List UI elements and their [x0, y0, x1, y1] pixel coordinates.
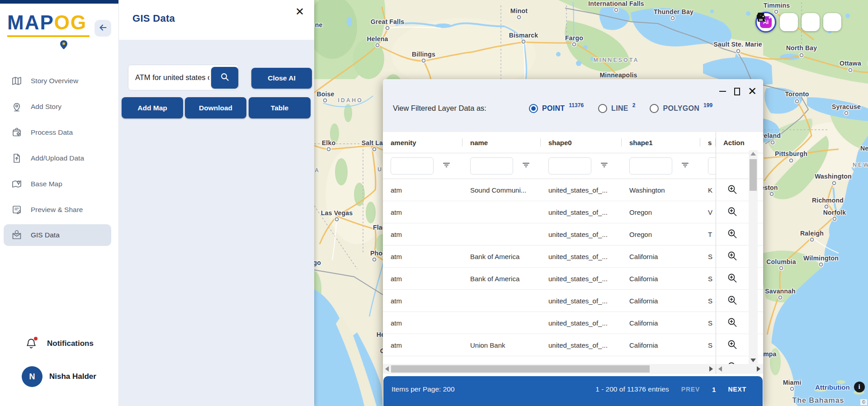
cell-s	[700, 356, 716, 364]
city-dot	[376, 43, 380, 47]
filter-input-name[interactable]	[470, 157, 513, 175]
city-label: International Falls	[588, 0, 644, 7]
city-label: Boise	[316, 90, 334, 98]
filter-icon[interactable]	[600, 162, 608, 170]
city-dot	[736, 49, 741, 53]
table-row: atmUnion Bankunited_states_of_...Califor…	[383, 334, 763, 356]
filter-input-shape0[interactable]	[548, 157, 591, 175]
radio-point[interactable]: POINT11376	[529, 104, 584, 113]
items-per-page[interactable]: Items per Page: 200	[392, 376, 455, 402]
scroll-left-arrow[interactable]	[385, 366, 389, 372]
sidebar-item-process-data[interactable]: Process Data	[0, 119, 118, 145]
cell-shape0: united_states_of_...	[541, 312, 622, 334]
scroll-right-arrow[interactable]	[757, 366, 760, 372]
zoom-to-feature-button[interactable]	[716, 334, 749, 356]
city-dot	[849, 68, 853, 72]
sidebar-item-add-upload-data[interactable]: Add/Upload Data	[0, 145, 118, 171]
horizontal-scrollbar[interactable]	[383, 364, 716, 374]
filter-cell-name	[462, 153, 541, 179]
prev-page-button[interactable]: PREV	[681, 386, 700, 393]
zoom-in-icon	[726, 206, 738, 219]
cell-shape1: California	[622, 290, 700, 312]
filter-input-amenity[interactable]	[391, 157, 434, 175]
cell-shape1: California	[622, 312, 700, 334]
logo-pin-icon	[60, 33, 67, 52]
sidebar-item-preview-share[interactable]: Preview & Share	[0, 197, 118, 222]
column-header-name: name	[462, 132, 541, 153]
zoom-to-feature-button[interactable]	[716, 223, 749, 245]
city-dot	[517, 15, 521, 19]
vertical-scroll-thumb[interactable]	[750, 159, 757, 191]
minimize-icon[interactable]	[719, 86, 726, 96]
add-map-button[interactable]: Add Map	[122, 97, 183, 118]
scroll-right-arrow[interactable]	[709, 366, 713, 372]
city-dot	[335, 217, 339, 222]
filter-icon[interactable]	[681, 162, 689, 170]
sidebar-item-add-story[interactable]: Add Story	[0, 94, 118, 119]
zoom-to-feature-button[interactable]	[716, 290, 749, 312]
bag-gear-icon	[11, 127, 22, 138]
scroll-down-arrow[interactable]	[750, 359, 756, 362]
search-submit-button[interactable]	[211, 67, 238, 89]
user-profile-item[interactable]: N Nisha Halder	[0, 364, 118, 389]
sidebar-nav: Story OverviewAdd StoryProcess DataAdd/U…	[0, 68, 118, 246]
close-ai-button[interactable]: Close AI	[251, 68, 312, 89]
zoom-in-icon	[726, 228, 738, 241]
radio-polygon[interactable]: POLYGON199	[650, 104, 712, 113]
close-icon[interactable]: ✕	[748, 86, 757, 96]
table-header-row: amenitynameshape0shape1sAction	[383, 132, 763, 153]
zoom-to-feature-button[interactable]	[716, 356, 749, 364]
city-dot	[327, 147, 331, 151]
zoom-in-icon	[726, 272, 738, 285]
sidebar-item-story-overview[interactable]: Story Overview	[0, 68, 118, 94]
cell-name	[462, 356, 541, 364]
next-page-button[interactable]: NEXT	[728, 386, 746, 393]
cell-s: S	[700, 290, 716, 312]
filter-input-shape1[interactable]	[629, 157, 672, 175]
zoom-to-feature-button[interactable]	[716, 268, 749, 289]
filtered-layer-dialog: ✕ View Filtered Layer Data as: POINT1137…	[383, 79, 763, 406]
city-label: Pittsburgh	[775, 150, 807, 157]
zoom-to-feature-button[interactable]	[716, 179, 749, 201]
cell-amenity: atm	[383, 268, 462, 289]
zoom-to-feature-button[interactable]	[716, 312, 749, 334]
city-label: Ottawa	[840, 60, 861, 67]
table-button[interactable]: Table	[249, 97, 311, 118]
top-accent-bar	[0, 0, 118, 4]
panel-close-button[interactable]: ✕	[292, 5, 307, 19]
cell-s: S	[700, 312, 716, 334]
cell-name	[462, 201, 541, 223]
current-page[interactable]: 1	[712, 386, 716, 393]
horizontal-scroll-thumb[interactable]	[391, 365, 650, 373]
sidebar-item-gis-data[interactable]: GIS Data	[4, 224, 111, 246]
zoom-to-feature-button[interactable]	[716, 201, 749, 223]
table-row	[383, 356, 763, 364]
collapse-sidebar-button[interactable]	[94, 20, 111, 37]
base-map-icon	[11, 179, 22, 189]
info-icon[interactable]: i	[854, 382, 865, 392]
cell-amenity: atm	[383, 334, 462, 356]
maximize-icon[interactable]	[734, 86, 740, 96]
zoom-to-feature-button[interactable]	[716, 245, 749, 267]
column-header-shape1: shape1	[622, 132, 700, 153]
attribution[interactable]: Attribution i	[815, 382, 865, 392]
cell-shape0: united_states_of_...	[541, 223, 622, 245]
scroll-left-arrow[interactable]	[718, 366, 722, 372]
city-label: Miami	[783, 379, 802, 386]
print-button[interactable]	[823, 13, 841, 31]
filter-icon[interactable]	[443, 162, 450, 170]
filter-input-s[interactable]	[708, 157, 716, 175]
download-button[interactable]: Download	[185, 97, 246, 118]
filter-icon[interactable]	[522, 162, 530, 170]
measure-button[interactable]	[802, 13, 820, 31]
map-search-button[interactable]	[780, 13, 798, 31]
action-horizontal-scrollbar[interactable]	[716, 364, 763, 374]
vertical-scrollbar[interactable]	[749, 150, 758, 364]
radio-line[interactable]: LINE2	[598, 104, 635, 113]
scroll-up-arrow[interactable]	[750, 152, 756, 156]
view-filtered-label: View Filtered Layer Data as:	[393, 104, 486, 113]
sidebar-item-base-map[interactable]: Base Map	[0, 171, 118, 197]
city-label: Washington	[815, 173, 852, 180]
notifications-item[interactable]: Notifications	[0, 334, 118, 354]
city-label: Columbia	[766, 258, 796, 265]
